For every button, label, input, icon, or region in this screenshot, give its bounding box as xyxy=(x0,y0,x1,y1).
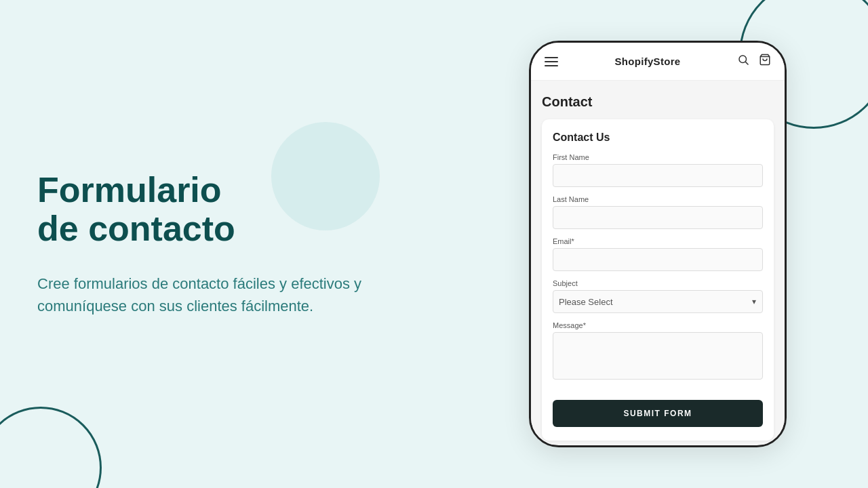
phone-body: Contact Contact Us First Name Last Name … xyxy=(531,81,785,445)
first-name-input[interactable] xyxy=(553,164,763,187)
left-content: Formulario de contacto Cree formularios … xyxy=(37,171,390,317)
first-name-group: First Name xyxy=(553,153,763,187)
last-name-input[interactable] xyxy=(553,206,763,229)
message-textarea[interactable] xyxy=(553,332,763,380)
phone-mockup: ShopifyStore Contact Contact Us xyxy=(529,41,787,447)
email-label: Email* xyxy=(553,237,763,245)
message-group: Message* xyxy=(553,321,763,382)
header-icons xyxy=(737,54,771,69)
search-icon[interactable] xyxy=(737,54,749,69)
phone-header: ShopifyStore xyxy=(531,43,785,81)
deco-circle-bottom-left xyxy=(0,407,102,488)
submit-button[interactable]: SUBMIT FORM xyxy=(553,400,763,427)
email-group: Email* xyxy=(553,237,763,271)
message-label: Message* xyxy=(553,321,763,329)
subject-label: Subject xyxy=(553,279,763,287)
cart-icon[interactable] xyxy=(759,54,771,69)
main-title: Formulario de contacto xyxy=(37,171,390,248)
email-input[interactable] xyxy=(553,248,763,271)
last-name-group: Last Name xyxy=(553,195,763,229)
subject-group: Subject Please Select General Inquiry Su… xyxy=(553,279,763,313)
form-card: Contact Us First Name Last Name Email* S… xyxy=(542,119,774,441)
svg-line-1 xyxy=(745,62,748,64)
subject-select-wrapper: Please Select General Inquiry Support Or… xyxy=(553,290,763,313)
subject-select[interactable]: Please Select General Inquiry Support Or… xyxy=(553,290,763,313)
subtitle: Cree formularios de contacto fáciles y e… xyxy=(37,272,390,317)
hamburger-menu[interactable] xyxy=(545,57,558,66)
form-card-title: Contact Us xyxy=(553,131,763,144)
first-name-label: First Name xyxy=(553,153,763,161)
svg-point-0 xyxy=(739,56,747,63)
contact-page-title: Contact xyxy=(542,94,774,110)
store-name: ShopifyStore xyxy=(615,56,681,67)
last-name-label: Last Name xyxy=(553,195,763,203)
